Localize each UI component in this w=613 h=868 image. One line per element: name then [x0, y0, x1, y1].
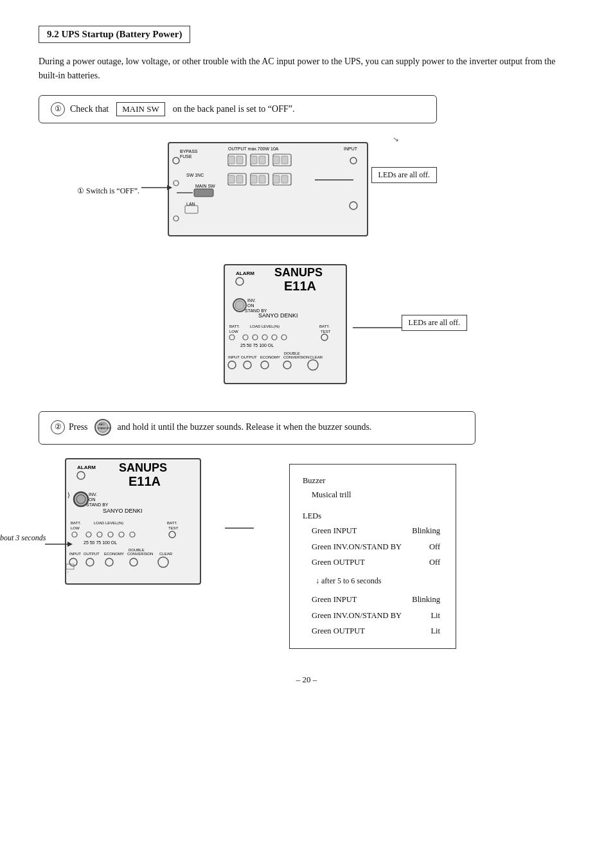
svg-text:BATT.: BATT.: [167, 521, 177, 525]
svg-text:⟩: ⟩: [67, 492, 70, 499]
svg-text:LOW: LOW: [229, 330, 238, 333]
svg-text:INPUT: INPUT: [344, 146, 358, 151]
svg-text:OUTPUT: OUTPUT: [241, 355, 257, 359]
led-final-row: Green INV.ON/STAND BYLit: [303, 608, 443, 624]
svg-text:E11A: E11A: [284, 279, 316, 293]
svg-text:LOAD LEVEL(%): LOAD LEVEL(%): [250, 324, 280, 328]
svg-text:ALARM: ALARM: [236, 270, 254, 276]
svg-text:SANUPS: SANUPS: [119, 461, 167, 474]
section-title: 9.2 UPS Startup (Battery Power): [39, 26, 574, 55]
svg-text:STAND BY: STAND BY: [86, 502, 109, 507]
led-final-row: Green INPUTBlinking: [303, 592, 443, 608]
svg-text:ECONOMY: ECONOMY: [104, 552, 124, 556]
svg-text:SANYO DENKI: SANYO DENKI: [103, 508, 143, 514]
svg-rect-7: [236, 156, 243, 164]
page-number: – 20 –: [39, 675, 574, 685]
svg-text:CONVERSION: CONVERSION: [127, 552, 153, 556]
step2-box: ② Press BAT./ STAND BY and hold it until…: [39, 411, 475, 445]
svg-point-47: [235, 301, 244, 310]
leds-final-table: Green INPUTBlinkingGreen INV.ON/STAND BY…: [303, 592, 443, 639]
svg-rect-21: [259, 175, 265, 183]
svg-rect-20: [251, 175, 257, 183]
led-initial-row: Green INPUTBlinking: [303, 523, 443, 539]
svg-marker-35: [167, 185, 172, 190]
hold-label: Hold for about 3 seconds: [0, 533, 46, 543]
svg-text:ON: ON: [89, 497, 96, 502]
main-sw-label: MAIN SW: [116, 102, 164, 116]
svg-rect-12: [273, 156, 280, 164]
step2-diagram-row: Hold for about 3 seconds ALARM SANUPS E1…: [64, 457, 574, 649]
led-initial-row: Green INV.ON/STAND BYOff: [303, 539, 443, 555]
svg-text:BATT.: BATT.: [71, 521, 81, 525]
svg-text:ALARM: ALARM: [77, 465, 96, 470]
switch-off-label: ① Switch is “OFF”.: [77, 186, 139, 196]
arrow-to-panel: [141, 181, 173, 194]
step1-circle: ①: [51, 102, 65, 116]
leds-section-head: LEDs: [303, 509, 443, 524]
led-initial-row: Green OUTPUTOff: [303, 554, 443, 571]
svg-text:BAT./: BAT./: [99, 423, 105, 426]
svg-text:ECONOMY: ECONOMY: [260, 355, 280, 359]
buzzer-value: Musical trill: [303, 488, 443, 502]
panel-to-info-arrow: [225, 522, 263, 535]
step2-circle: ②: [51, 420, 65, 434]
step2-header: ② Press BAT./ STAND BY and hold it until…: [51, 418, 463, 436]
arrow-to-leds: [315, 173, 366, 186]
step2-text-pre: Press: [69, 420, 88, 434]
back-panel-diagram: ↘ ① Switch is “OFF”. BYPASS FUSE OUTPUT …: [77, 135, 574, 244]
intro-text: During a power outage, low voltage, or o…: [39, 55, 574, 84]
buzzer-section-head: Buzzer: [303, 474, 443, 488]
svg-text:MAIN SW: MAIN SW: [195, 184, 215, 188]
front-panel-svg-step1: ALARM SANUPS E11A INV. ON STAND BY SANYO…: [223, 263, 351, 385]
svg-rect-24: [281, 175, 288, 183]
svg-rect-17: [228, 175, 235, 183]
svg-rect-28: [194, 189, 213, 197]
svg-rect-23: [273, 175, 280, 183]
svg-rect-9: [251, 156, 257, 164]
svg-text:SANUPS: SANUPS: [274, 266, 323, 279]
svg-text:INPUT: INPUT: [69, 552, 81, 556]
svg-text:BATT.: BATT.: [319, 324, 330, 328]
svg-text:BYPASS: BYPASS: [180, 149, 198, 154]
front-panel-svg-step2: ALARM SANUPS E11A INV. ON STAND BY ⟩ SAN…: [64, 457, 206, 586]
svg-text:E11A: E11A: [129, 474, 161, 488]
svg-text:STAND BY: STAND BY: [98, 427, 111, 430]
svg-text:OUTPUT max.700W 10A: OUTPUT max.700W 10A: [228, 146, 279, 151]
svg-text:CLEAR: CLEAR: [159, 552, 173, 556]
bat-stand-by-button-icon: BAT./ STAND BY: [94, 418, 112, 436]
front-panel-diagram-step1: ALARM SANUPS E11A INV. ON STAND BY SANYO…: [77, 263, 574, 392]
svg-text:SANYO DENKI: SANYO DENKI: [258, 312, 298, 319]
step1-label-post: on the back panel is set to “OFF”.: [173, 104, 295, 114]
front-panel-step2-wrapper: Hold for about 3 seconds ALARM SANUPS E1…: [64, 457, 231, 589]
svg-text:25  50  75 100 OL: 25 50 75 100 OL: [84, 540, 117, 545]
svg-rect-10: [259, 156, 265, 164]
step2-text-post: and hold it until the buzzer sounds. Rel…: [118, 420, 372, 434]
svg-text:ON: ON: [247, 303, 254, 308]
svg-text:SW 1NC: SW 1NC: [186, 173, 204, 177]
leds-initial-table: Green INPUTBlinkingGreen INV.ON/STAND BY…: [303, 523, 443, 571]
svg-text:TEST: TEST: [168, 526, 179, 530]
svg-rect-13: [281, 156, 288, 164]
svg-text:INV.: INV.: [247, 298, 256, 303]
after-seconds-text: ↓ after 5 to 6 seconds: [303, 574, 443, 589]
svg-text:25  50  75 100 OL: 25 50 75 100 OL: [240, 343, 274, 348]
hold-arrow: [45, 538, 77, 551]
back-panel-svg: BYPASS FUSE OUTPUT max.700W 10A: [167, 141, 373, 238]
svg-text:CONVERSION: CONVERSION: [283, 355, 309, 359]
svg-text:FUSE: FUSE: [180, 154, 192, 159]
svg-point-90: [76, 495, 85, 504]
svg-text:INV.: INV.: [89, 492, 97, 497]
info-box: Buzzer Musical trill LEDs Green INPUTBli…: [289, 464, 456, 649]
step1-label-pre: Check that: [70, 104, 109, 114]
svg-text:OUTPUT: OUTPUT: [84, 552, 100, 556]
svg-text:INPUT: INPUT: [228, 355, 240, 359]
svg-rect-6: [228, 156, 235, 164]
svg-text:LOAD LEVEL(%): LOAD LEVEL(%): [94, 521, 123, 525]
svg-text:LOW: LOW: [71, 526, 80, 530]
svg-text:TEST: TEST: [321, 330, 331, 333]
leds-all-off-box: LEDs are all off.: [371, 167, 437, 183]
led-final-row: Green OUTPUTLit: [303, 623, 443, 639]
step1-box: ① Check that MAIN SW on the back panel i…: [39, 95, 437, 123]
svg-text:CLEAR: CLEAR: [310, 355, 323, 359]
leds-off-label: LEDs are all off.: [402, 315, 467, 331]
